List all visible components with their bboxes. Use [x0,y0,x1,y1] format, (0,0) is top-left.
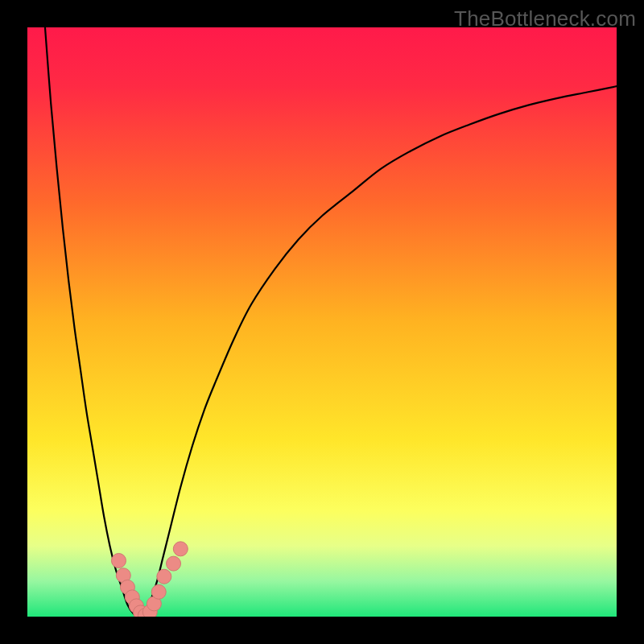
marker-point [157,569,171,584]
marker-point [151,584,166,599]
chart-svg [27,27,617,617]
marker-point [167,556,181,571]
marker-point [111,553,126,568]
marker-point [173,542,188,556]
chart-area [27,27,617,617]
watermark-text: TheBottleneck.com [454,6,636,31]
gradient-background [27,27,617,617]
